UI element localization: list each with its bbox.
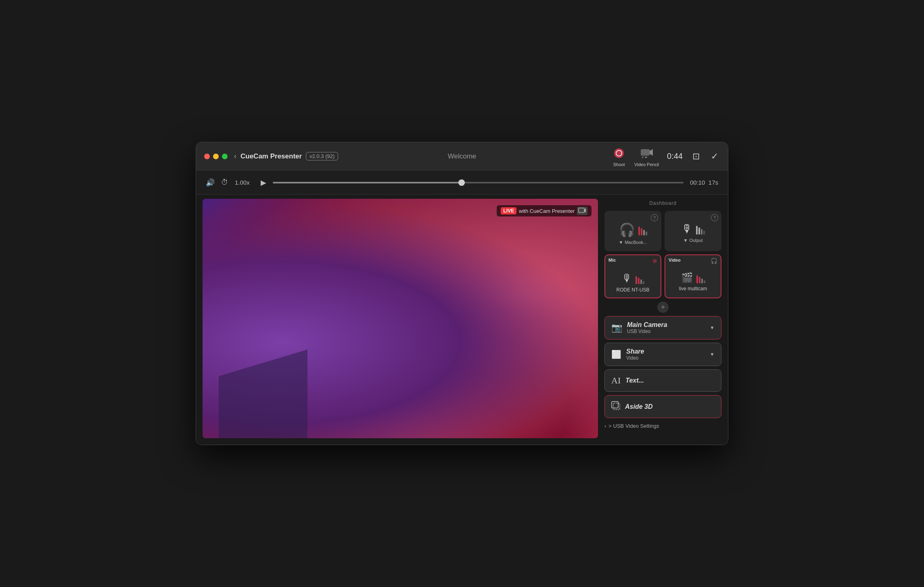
mic-level-bars — [636, 273, 644, 284]
share-sub: Video — [626, 355, 705, 361]
shoot-label: Shoot — [613, 162, 625, 167]
mic-muted-icon: ⊗ — [652, 258, 657, 264]
video-content: LIVE with CueCam Presenter — [203, 199, 598, 438]
svg-marker-4 — [650, 149, 653, 156]
mic-icon: 🎙 — [682, 222, 693, 235]
share-dropdown-icon[interactable]: ▼ — [710, 352, 715, 357]
mic-card[interactable]: Mic ⊗ 🎙 RODE NT-USB — [604, 254, 661, 298]
titlebar: ‹ CueCam Presenter v2.0.3 (92) Welcome S… — [196, 142, 728, 171]
main-content: LIVE with CueCam Presenter Dashboard — [196, 195, 728, 445]
audio-output-card[interactable]: ? 🎙 ▼ Output — [665, 211, 721, 251]
play-button[interactable]: ▶ — [261, 178, 266, 187]
progress-fill — [273, 182, 462, 183]
titlebar-right: Shoot Video Pencil 0:44 ⊡ ✓ — [612, 146, 720, 167]
aside-3d-button[interactable]: Aside 3D — [604, 395, 721, 418]
video-card[interactable]: Video 🎧 🎬 live multicam — [665, 254, 721, 298]
time-display: 00:10 17s — [690, 179, 718, 186]
copy-button[interactable]: ⊡ — [691, 150, 701, 163]
usb-settings-chevron: › — [604, 423, 606, 429]
progress-track[interactable] — [273, 182, 684, 183]
svg-rect-3 — [641, 149, 650, 156]
close-button[interactable] — [204, 154, 210, 159]
input-label: MacBook... — [625, 240, 647, 245]
sidebar: Dashboard ? 🎧 — [604, 199, 721, 438]
output-dropdown-arrow: ▼ — [684, 238, 688, 243]
version-badge: v2.0.3 (92) — [306, 152, 338, 160]
video-label: live multicam — [679, 286, 707, 291]
mic-icon-row: 🎙 — [622, 266, 644, 285]
progress-thumb[interactable] — [458, 179, 465, 186]
audio-cards-row2: Mic ⊗ 🎙 RODE NT-USB Vi — [604, 254, 721, 298]
add-source-button[interactable]: + — [657, 302, 669, 313]
mic-label: RODE NT-USB — [616, 287, 649, 293]
minimize-button[interactable] — [213, 154, 219, 159]
output-dropdown[interactable]: ▼ Output — [684, 238, 703, 243]
speed-display: 1.00x — [235, 179, 254, 186]
volume-icon[interactable]: 🔊 — [206, 178, 215, 187]
output-help-button[interactable]: ? — [711, 214, 718, 221]
video-device-icon: 🎬 — [681, 272, 693, 283]
app-title: CueCam Presenter — [240, 152, 302, 160]
video-pencil-button[interactable]: Video Pencil — [634, 146, 659, 167]
live-text: with CueCam Presenter — [519, 208, 575, 214]
audio-input-card[interactable]: ? 🎧 ▼ MacBook... — [604, 211, 661, 251]
confirm-button[interactable]: ✓ — [709, 150, 720, 163]
video-headphone-icon: 🎧 — [711, 258, 717, 264]
mic-badge: Mic — [608, 258, 616, 262]
mic-device-icon: 🎙 — [622, 272, 632, 285]
usb-settings-label: > USB Video Settings — [608, 423, 659, 429]
camera-name: Main Camera — [627, 321, 705, 329]
svg-point-2 — [617, 151, 621, 156]
headphone-icon: 🎧 — [619, 222, 635, 237]
svg-line-5 — [642, 156, 643, 158]
ai-icon: AI — [611, 375, 621, 386]
video-icon-row: 🎬 — [681, 266, 705, 283]
svg-rect-8 — [579, 208, 584, 212]
add-source-row: + — [604, 302, 721, 313]
camera-dropdown-icon[interactable]: ▼ — [710, 325, 715, 331]
share-name: Share — [626, 348, 705, 355]
aside-icon — [611, 401, 620, 412]
timer-display: 0:44 — [667, 152, 683, 161]
share-icon: ⬜ — [611, 350, 621, 359]
svg-rect-11 — [613, 403, 620, 410]
app-window: ‹ CueCam Presenter v2.0.3 (92) Welcome S… — [196, 142, 728, 445]
live-badge: LIVE with CueCam Presenter — [497, 205, 592, 216]
dashboard-label: Dashboard — [604, 199, 721, 208]
output-icon-row: 🎙 — [682, 222, 705, 235]
camera-info: Main Camera USB Video — [627, 321, 705, 334]
usb-settings-link[interactable]: › > USB Video Settings — [604, 421, 721, 431]
video-badge: Video — [669, 258, 681, 262]
audio-cards-row1: ? 🎧 ▼ MacBook... — [604, 211, 721, 251]
output-level-bars — [696, 223, 705, 235]
timer-icon[interactable]: ⏱ — [221, 178, 228, 187]
shoot-icon — [612, 146, 626, 160]
camera-icon: 📷 — [611, 323, 622, 333]
ai-text-label: Text... — [625, 377, 644, 384]
input-dropdown[interactable]: ▼ MacBook... — [619, 240, 647, 245]
shoot-button[interactable]: Shoot — [612, 146, 626, 167]
aside-label: Aside 3D — [625, 403, 652, 410]
background-panel — [219, 350, 307, 438]
cuecam-icon — [577, 207, 587, 215]
video-pencil-label: Video Pencil — [634, 162, 659, 167]
video-pencil-icon — [640, 146, 654, 160]
input-level-bars — [638, 224, 647, 235]
fullscreen-button[interactable] — [222, 154, 228, 159]
back-button[interactable]: ‹ — [234, 152, 236, 160]
input-icon-row: 🎧 — [619, 222, 647, 237]
ai-text-button[interactable]: AI Text... — [604, 369, 721, 392]
svg-rect-10 — [612, 402, 618, 408]
live-dot: LIVE — [501, 207, 516, 214]
transport-bar: 🔊 ⏱ 1.00x ▶ 00:10 17s — [196, 171, 728, 195]
titlebar-tab: Welcome — [448, 152, 477, 160]
share-info: Share Video — [626, 348, 705, 361]
video-level-bars — [696, 272, 705, 283]
dropdown-arrow-icon: ▼ — [619, 240, 623, 245]
input-help-button[interactable]: ? — [651, 214, 658, 221]
output-label: Output — [689, 238, 702, 243]
share-video-button[interactable]: ⬜ Share Video ▼ — [604, 343, 721, 366]
main-camera-button[interactable]: 📷 Main Camera USB Video ▼ — [604, 316, 721, 339]
titlebar-nav: ‹ CueCam Presenter v2.0.3 (92) — [234, 152, 338, 160]
video-area: LIVE with CueCam Presenter — [203, 199, 598, 438]
